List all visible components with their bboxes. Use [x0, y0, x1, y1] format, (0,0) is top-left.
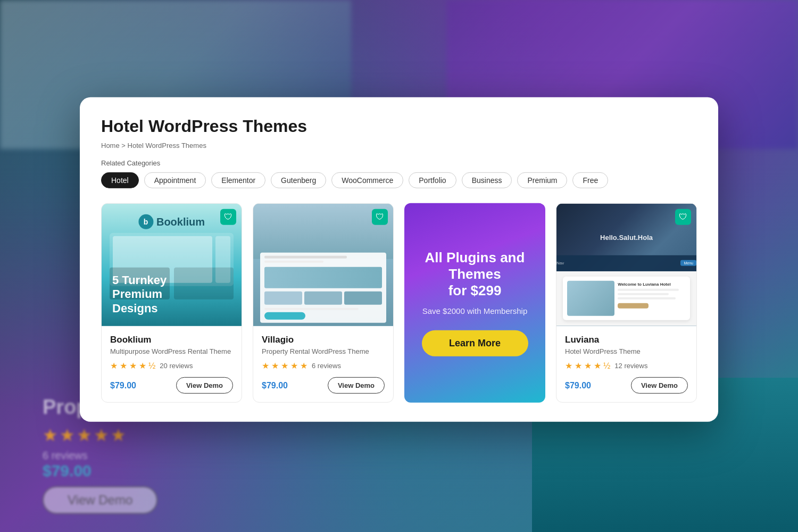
villagio-footer: $79.00 View Demo: [262, 377, 385, 394]
booklium-image: b Booklium 5 TurnkeyPremiumDesigns 🛡: [102, 204, 242, 326]
bottom-blur-reviews: 6 reviews: [43, 450, 755, 462]
breadcrumb-home[interactable]: Home: [101, 142, 120, 149]
luviana-info: Luviana Hotel WordPress Theme ★ ★ ★ ★ ½ …: [556, 326, 696, 402]
booklium-price: $79.00: [110, 380, 136, 390]
villagio-shield-badge: 🛡: [372, 209, 388, 225]
booklium-footer: $79.00 View Demo: [110, 377, 233, 394]
breadcrumb-separator: >: [121, 142, 127, 149]
luviana-footer: $79.00 View Demo: [565, 377, 688, 394]
related-categories-label: Related Categories: [101, 159, 697, 167]
l-star-3: ★: [584, 361, 592, 371]
star-2: ★: [120, 361, 127, 371]
categories-row: Hotel Appointment Elementor Gutenberg Wo…: [101, 172, 697, 188]
products-grid: b Booklium 5 TurnkeyPremiumDesigns 🛡 Boo…: [101, 203, 697, 403]
category-elementor[interactable]: Elementor: [211, 172, 265, 188]
star-1: ★: [110, 361, 118, 371]
luviana-name: Luviana: [565, 335, 688, 345]
category-appointment[interactable]: Appointment: [144, 172, 206, 188]
page-title: Hotel WordPress Themes: [101, 117, 697, 136]
l-star-4: ★: [594, 361, 601, 371]
promo-title: All Plugins and Themesfor $299: [415, 250, 535, 300]
luviana-desc: Hotel WordPress Theme: [565, 347, 688, 355]
booklium-logo-icon: b: [138, 214, 153, 229]
luviana-price: $79.00: [565, 380, 591, 390]
luviana-shield-badge: 🛡: [675, 209, 691, 225]
l-star-half: ½: [603, 361, 610, 370]
booklium-stars: ★ ★ ★ ★ ½ 20 reviews: [110, 361, 233, 371]
l-star-1: ★: [565, 361, 572, 371]
bottom-blur-price: $79.00: [43, 462, 755, 480]
booklium-desc: Multipurpose WordPress Rental Theme: [110, 347, 233, 355]
villagio-name: Villagio: [262, 335, 385, 345]
category-premium[interactable]: Premium: [517, 172, 567, 188]
v-star-3: ★: [281, 361, 288, 371]
star-3: ★: [129, 361, 137, 371]
booklium-name: Booklium: [110, 335, 233, 345]
category-business[interactable]: Business: [462, 172, 512, 188]
booklium-reviews: 20 reviews: [160, 362, 193, 370]
category-gutenberg[interactable]: Gutenberg: [271, 172, 326, 188]
v-star-5: ★: [300, 361, 307, 371]
breadcrumb: Home > Hotel WordPress Themes: [101, 142, 697, 149]
bottom-blur-stars: ★★★★★: [43, 425, 755, 445]
star-half: ½: [148, 361, 155, 370]
promo-card: All Plugins and Themesfor $299 Save $200…: [404, 203, 545, 403]
star-4: ★: [139, 361, 146, 371]
booklium-demo-button[interactable]: View Demo: [176, 377, 233, 394]
l-star-2: ★: [575, 361, 582, 371]
booklium-overlay-text: 5 TurnkeyPremiumDesigns: [112, 273, 167, 315]
booklium-shield-badge: 🛡: [220, 209, 236, 225]
luviana-reviews: 12 reviews: [614, 362, 647, 370]
product-card-luviana: Hello.Salut.Hola Nav Menu Welcome to Luv…: [556, 203, 697, 403]
breadcrumb-current: Hotel WordPress Themes: [128, 142, 206, 149]
v-star-2: ★: [271, 361, 279, 371]
main-modal: Hotel WordPress Themes Home > Hotel Word…: [80, 97, 718, 422]
villagio-desc: Property Rental WordPress Theme: [262, 347, 385, 355]
villagio-reviews: 6 reviews: [312, 362, 341, 370]
category-woocommerce[interactable]: WooCommerce: [331, 172, 403, 188]
category-free[interactable]: Free: [572, 172, 608, 188]
villagio-price: $79.00: [262, 380, 288, 390]
booklium-info: Booklium Multipurpose WordPress Rental T…: [102, 326, 242, 402]
category-portfolio[interactable]: Portfolio: [409, 172, 456, 188]
product-card-villagio: 🛡 Villagio Property Rental WordPress The…: [253, 203, 394, 403]
luviana-stars: ★ ★ ★ ★ ½ 12 reviews: [565, 361, 688, 371]
villagio-stars: ★ ★ ★ ★ ★ 6 reviews: [262, 361, 385, 371]
booklium-logo-text: Booklium: [156, 215, 205, 228]
booklium-logo: b Booklium: [138, 214, 205, 229]
villagio-demo-button[interactable]: View Demo: [328, 377, 385, 394]
villagio-info: Villagio Property Rental WordPress Theme…: [253, 326, 393, 402]
v-star-1: ★: [262, 361, 269, 371]
villagio-image: 🛡: [253, 204, 393, 326]
category-hotel[interactable]: Hotel: [101, 172, 139, 188]
luviana-demo-button[interactable]: View Demo: [631, 377, 688, 394]
learn-more-button[interactable]: Learn More: [422, 330, 528, 356]
product-card-booklium: b Booklium 5 TurnkeyPremiumDesigns 🛡 Boo…: [101, 203, 242, 403]
promo-subtitle: Save $2000 with Membership: [422, 306, 528, 315]
luviana-image: Hello.Salut.Hola Nav Menu Welcome to Luv…: [556, 204, 696, 326]
bottom-blur-demo-button: View Demo: [43, 486, 157, 514]
v-star-4: ★: [290, 361, 298, 371]
